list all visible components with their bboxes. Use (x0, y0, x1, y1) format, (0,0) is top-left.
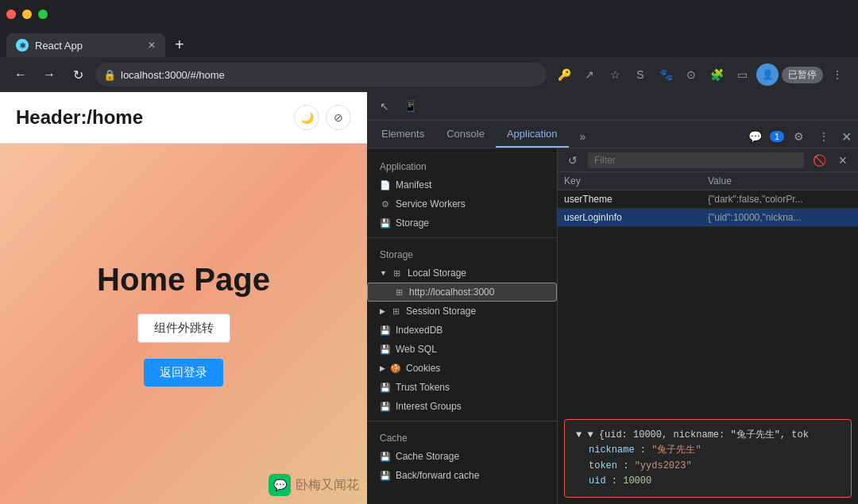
notification-badge: 1 (770, 131, 784, 142)
tab-close-button[interactable]: ✕ (148, 40, 156, 51)
sidebar-item-service-workers[interactable]: ⚙ Service Workers (367, 194, 557, 214)
tab-console[interactable]: Console (435, 121, 496, 148)
json-value-uid: 10000 (623, 475, 651, 487)
new-tab-button[interactable]: + (168, 33, 191, 57)
tab-title: React App (35, 40, 83, 52)
sidebar-label-local-storage: Local Storage (408, 267, 466, 279)
json-key-uid: uid (589, 475, 606, 487)
chevron-right-icon: ▶ (380, 307, 385, 315)
json-value-token: "yyds2023" (635, 460, 692, 471)
edit-button[interactable]: ⊘ (326, 105, 351, 130)
page-heading: Home Page (97, 262, 270, 298)
sidebar-item-back-forward[interactable]: 💾 Back/forward cache (367, 466, 557, 485)
extension-icon-3[interactable]: ⊙ (680, 63, 702, 86)
trust-tokens-icon: 💾 (380, 382, 391, 393)
cell-value-0: {"dark":false,"colorPr... (708, 194, 852, 205)
app-content: ↺ 🚫 ✕ Key Value userTheme {"dark":false,… (558, 148, 858, 504)
url-input[interactable] (95, 63, 547, 87)
cell-key-1: userLoginInfo (564, 212, 708, 223)
forward-button[interactable]: → (38, 63, 60, 86)
profile-button[interactable] (756, 63, 779, 86)
browser-tab[interactable]: ⚛ React App ✕ (6, 33, 165, 57)
browser-titlebar (0, 0, 858, 29)
devtools-close-button[interactable]: ✕ (838, 126, 855, 148)
sidebar-item-cache-storage[interactable]: 💾 Cache Storage (367, 447, 557, 466)
app-content-toolbar: ↺ 🚫 ✕ (558, 148, 858, 172)
extension-icon-1[interactable]: S (629, 63, 651, 86)
sidebar-item-interest-groups[interactable]: 💾 Interest Groups (367, 397, 557, 416)
col-header-value: Value (708, 175, 852, 187)
key-icon[interactable]: 🔑 (553, 63, 575, 86)
session-storage-icon: ⊞ (390, 306, 401, 317)
tab-favicon: ⚛ (16, 39, 29, 52)
webpage-header: Header:/home 🌙 ⊘ (0, 92, 367, 144)
json-props: nickname : "兔子先生" token : "yyds2023" uid… (576, 443, 840, 489)
sidebar-section-cache: Cache (367, 426, 557, 447)
filter-input[interactable] (588, 152, 804, 168)
back-button[interactable]: ← (10, 63, 32, 86)
sidebar-item-manifest[interactable]: 📄 Manifest (367, 175, 557, 194)
devtools-tabs: Elements Console Application » 💬 1 ⚙ ⋮ ✕ (367, 121, 858, 148)
clear-button[interactable]: 🚫 (810, 152, 828, 169)
sidebar-item-session-storage[interactable]: ▶ ⊞ Session Storage (367, 302, 557, 321)
cursor-tool-icon[interactable]: ↖ (373, 95, 396, 117)
chat-icon[interactable]: 💬 (744, 125, 767, 148)
json-preview: ▼ ▼ {uid: 10000, nickname: "兔子先生", tok n… (564, 419, 852, 498)
more-tabs-button[interactable]: » (572, 125, 594, 148)
navigate-button[interactable]: 组件外跳转 (137, 314, 230, 343)
main-area: Header:/home 🌙 ⊘ Home Page 组件外跳转 返回登录 💬 … (0, 92, 858, 504)
webpage-content: Home Page 组件外跳转 返回登录 (0, 144, 367, 504)
col-header-key: Key (564, 175, 708, 187)
cast-icon[interactable]: ▭ (731, 63, 753, 86)
sidebar-label-manifest: Manifest (396, 179, 431, 190)
json-prop-2: uid : 10000 (589, 474, 840, 489)
share-icon[interactable]: ↗ (578, 63, 601, 86)
sidebar-item-local-storage[interactable]: ▼ ⊞ Local Storage (367, 264, 557, 283)
theme-toggle-button[interactable]: 🌙 (294, 105, 319, 130)
back-to-login-button[interactable]: 返回登录 (144, 359, 223, 387)
device-tool-icon[interactable]: 📱 (399, 95, 421, 117)
sidebar-item-web-sql[interactable]: 💾 Web SQL (367, 340, 557, 359)
webpage-panel: Header:/home 🌙 ⊘ Home Page 组件外跳转 返回登录 💬 … (0, 92, 367, 504)
address-bar: ← → ↻ 🔒 🔑 ↗ ☆ S 🐾 ⊙ 🧩 ▭ 已暂停 ⋮ (0, 57, 858, 92)
sidebar-label-web-sql: Web SQL (396, 344, 437, 355)
menu-button[interactable]: ⋮ (826, 63, 848, 86)
header-icons: 🌙 ⊘ (294, 105, 351, 130)
tab-elements[interactable]: Elements (370, 121, 435, 148)
json-top-line: ▼ {uid: 10000, nickname: "兔子先生", tok (587, 429, 808, 441)
table-row[interactable]: userTheme {"dark":false,"colorPr... (558, 190, 858, 209)
sidebar-item-indexed-db[interactable]: 💾 IndexedDB (367, 321, 557, 340)
localhost-icon: ⊞ (393, 287, 404, 298)
sidebar-item-cookies[interactable]: ▶ 🍪 Cookies (367, 359, 557, 378)
table-row-selected[interactable]: userLoginInfo {"uid":10000,"nickna... (558, 209, 858, 227)
settings-icon[interactable]: ⚙ (787, 125, 810, 148)
json-prop-0: nickname : "兔子先生" (589, 443, 840, 458)
paused-button[interactable]: 已暂停 (782, 67, 823, 83)
star-icon[interactable]: ☆ (604, 63, 626, 86)
chevron-down-icon: ▼ (380, 269, 387, 277)
more-options-icon[interactable]: ⋮ (813, 125, 835, 148)
json-prop-1: token : "yyds2023" (589, 459, 840, 474)
devtools-panel: ↖ 📱 Elements Console Application » 💬 1 ⚙… (367, 92, 858, 504)
tab-application[interactable]: Application (496, 121, 569, 148)
sidebar-item-trust-tokens[interactable]: 💾 Trust Tokens (367, 378, 557, 397)
indexed-db-icon: 💾 (380, 325, 391, 336)
lock-icon: 🔒 (103, 69, 116, 81)
storage-table: Key Value userTheme {"dark":false,"color… (558, 172, 858, 413)
close-panel-button[interactable]: ✕ (834, 152, 852, 169)
sidebar-label-indexed-db: IndexedDB (396, 325, 443, 336)
app-sidebar: Application 📄 Manifest ⚙ Service Workers… (367, 148, 558, 504)
extensions-icon[interactable]: 🧩 (705, 63, 728, 86)
refresh-button[interactable]: ↺ (564, 152, 582, 169)
sidebar-label-back-forward: Back/forward cache (396, 470, 479, 481)
extension-icon-2[interactable]: 🐾 (655, 63, 677, 86)
reload-button[interactable]: ↻ (67, 63, 89, 86)
devtools-content: Application 📄 Manifest ⚙ Service Workers… (367, 148, 858, 504)
devtools-more-tools: 💬 1 ⚙ ⋮ ✕ (744, 125, 855, 148)
sidebar-section-storage: Storage (367, 243, 557, 264)
sidebar-item-storage[interactable]: 💾 Storage (367, 214, 557, 233)
devtools-topbar: ↖ 📱 (367, 92, 858, 121)
sidebar-divider-1 (367, 237, 557, 238)
sidebar-label-interest-groups: Interest Groups (396, 401, 462, 412)
sidebar-item-localhost[interactable]: ⊞ http://localhost:3000 (367, 283, 557, 302)
